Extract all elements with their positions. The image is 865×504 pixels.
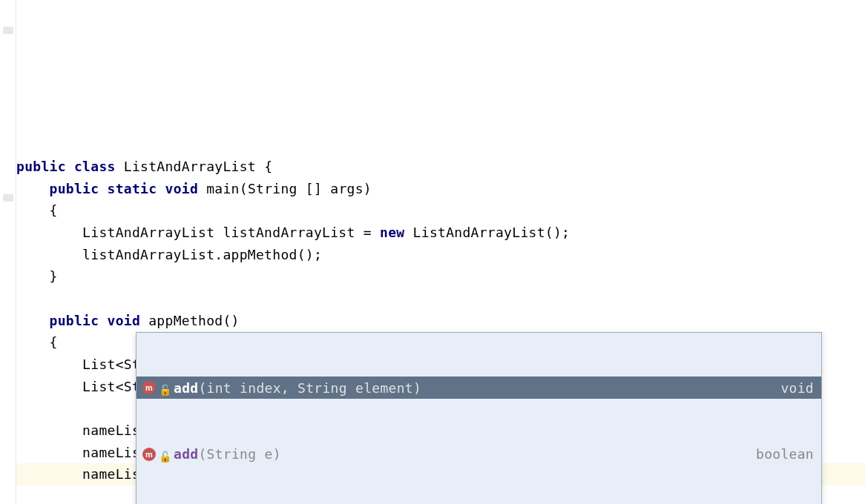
class-name: ListAndArrayList xyxy=(124,159,256,174)
gutter xyxy=(0,0,16,504)
keyword: static xyxy=(108,181,157,196)
method-sig: appMethod() xyxy=(148,313,240,328)
autocomplete-item[interactable]: m 🔓 add(String e) boolean xyxy=(137,443,821,465)
gutter-fold-icon[interactable] xyxy=(3,27,13,34)
brace: } xyxy=(50,268,58,284)
brace: { xyxy=(50,334,58,350)
return-type: boolean xyxy=(756,443,814,465)
method-icon: m xyxy=(142,448,156,461)
method-name: add xyxy=(174,377,198,399)
method-params: (int index, String element) xyxy=(198,377,421,399)
code-text: ListAndArrayList(); xyxy=(404,225,570,240)
code-text: ListAndArrayList listAndArrayList = xyxy=(82,225,380,240)
brace: { xyxy=(50,202,58,218)
gutter-fold-icon[interactable] xyxy=(3,194,13,202)
lock-open-icon: 🔓 xyxy=(159,448,169,459)
method-sig: main(String [] args) xyxy=(206,181,372,196)
keyword: public xyxy=(50,181,99,196)
method-name: add xyxy=(174,443,198,465)
keyword: void xyxy=(165,181,199,196)
keyword: new xyxy=(380,225,404,240)
return-type: void xyxy=(780,377,814,399)
keyword: public xyxy=(50,313,99,328)
brace: { xyxy=(264,159,272,174)
method-icon: m xyxy=(142,381,156,394)
keyword: public xyxy=(16,159,66,174)
method-params: (String e) xyxy=(198,443,280,465)
code-text: listAndArrayList.appMethod(); xyxy=(82,247,322,262)
autocomplete-item[interactable]: m 🔓 add(int index, String element) void xyxy=(137,377,821,399)
keyword: class xyxy=(74,159,116,174)
autocomplete-popup: m 🔓 add(int index, String element) void … xyxy=(136,332,822,504)
keyword: void xyxy=(108,313,141,328)
lock-open-icon: 🔓 xyxy=(159,382,169,392)
